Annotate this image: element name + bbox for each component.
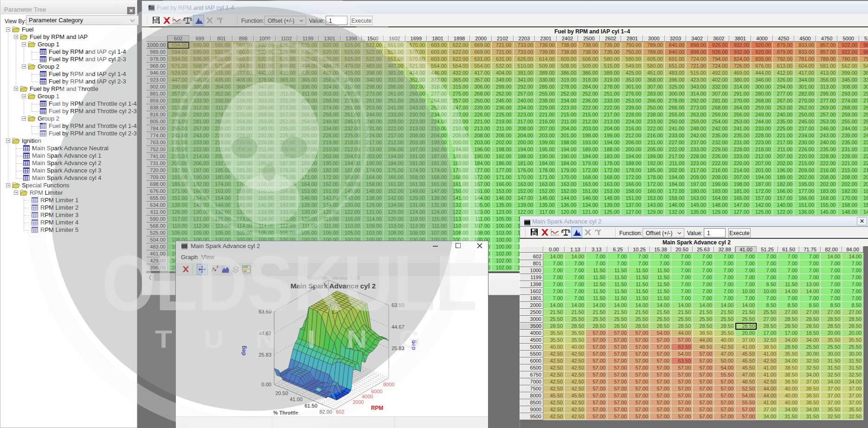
- svg-text:RPM: RPM: [371, 405, 384, 411]
- svg-text:82.00: 82.00: [319, 409, 332, 415]
- svg-text:8000: 8000: [383, 382, 394, 387]
- svg-text:0.00: 0.00: [262, 382, 271, 387]
- svg-text:44.67: 44.67: [392, 324, 405, 330]
- svg-text:deg: deg: [410, 340, 417, 350]
- svg-text:44.67: 44.67: [258, 331, 271, 336]
- svg-text:602: 602: [336, 409, 344, 415]
- svg-text:4000: 4000: [362, 394, 373, 399]
- svg-text:deg: deg: [240, 345, 247, 355]
- svg-text:63.50: 63.50: [258, 309, 271, 314]
- svg-text:% Throttle: % Throttle: [273, 410, 298, 415]
- svg-text:20.50: 20.50: [275, 390, 288, 396]
- svg-text:61.50: 61.50: [304, 403, 317, 409]
- svg-text:6000: 6000: [371, 389, 382, 394]
- svg-text:25.83: 25.83: [392, 345, 405, 351]
- svg-text:41.00: 41.00: [289, 396, 302, 402]
- svg-text:25.83: 25.83: [258, 352, 271, 358]
- svg-text:63.50: 63.50: [392, 302, 405, 308]
- svg-text:2000: 2000: [353, 399, 364, 405]
